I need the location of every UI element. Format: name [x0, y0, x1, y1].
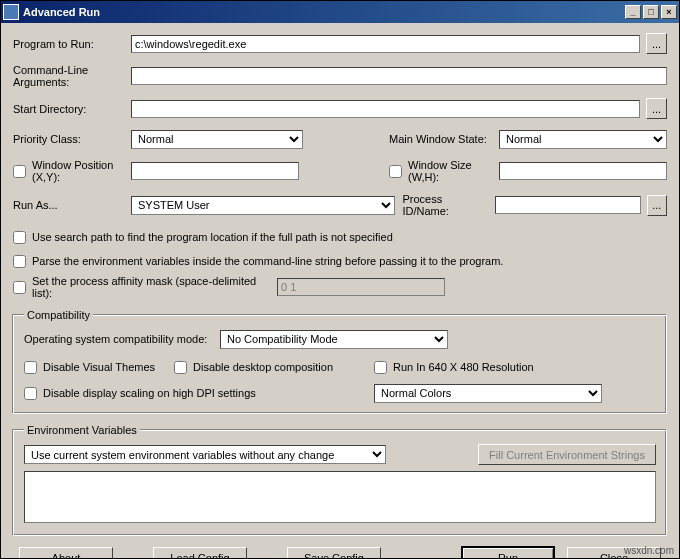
startdir-input[interactable]	[131, 100, 640, 118]
row-compat-checks1: Disable Visual Themes Disable desktop co…	[24, 357, 656, 377]
row-affinity: Set the process affinity mask (space-del…	[13, 275, 667, 299]
label-run640: Run In 640 X 480 Resolution	[393, 361, 534, 373]
save-config-button[interactable]: Save Config	[287, 547, 381, 559]
affinity-check[interactable]: Set the process affinity mask (space-del…	[13, 275, 277, 299]
label-procid: Process ID/Name:	[402, 193, 488, 217]
window-body: Program to Run: ... Command-Line Argumen…	[1, 23, 679, 559]
windowsize-checkbox[interactable]	[389, 165, 402, 178]
compatibility-legend: Compatibility	[24, 309, 93, 321]
envvars-group: Environment Variables Use current system…	[13, 424, 667, 536]
windowstate-select[interactable]: Normal	[499, 130, 667, 149]
row-compat-checks2: Disable display scaling on high DPI sett…	[24, 383, 656, 403]
label-desktopcomp: Disable desktop composition	[193, 361, 333, 373]
maximize-button[interactable]: □	[643, 5, 659, 19]
row-priority: Priority Class: Normal Main Window State…	[13, 129, 667, 149]
row-envmode: Use current system environment variables…	[24, 444, 656, 465]
priority-select[interactable]: Normal	[131, 130, 303, 149]
label-oscompat: Operating system compatibility mode:	[24, 333, 220, 345]
windowpos-check[interactable]: Window Position (X,Y):	[13, 159, 131, 183]
label-cmdargs: Command-Line Arguments:	[13, 64, 131, 88]
row-startdir: Start Directory: ...	[13, 98, 667, 119]
load-config-button[interactable]: Load Config	[153, 547, 247, 559]
program-input[interactable]	[131, 35, 640, 53]
watermark: wsxdn.com	[624, 545, 674, 556]
windowsize-check[interactable]: Window Size (W,H):	[389, 159, 499, 183]
colormode-select[interactable]: Normal Colors	[374, 384, 602, 403]
label-windowstate: Main Window State:	[389, 133, 499, 145]
searchpath-check[interactable]: Use search path to find the program loca…	[13, 231, 393, 244]
run-button[interactable]: Run	[461, 546, 555, 559]
label-winpos: Window Position (X,Y):	[32, 159, 131, 183]
row-program: Program to Run: ...	[13, 33, 667, 54]
searchpath-checkbox[interactable]	[13, 231, 26, 244]
label-searchpath: Use search path to find the program loca…	[32, 231, 393, 243]
row-searchpath: Use search path to find the program loca…	[13, 227, 667, 247]
label-affinity: Set the process affinity mask (space-del…	[32, 275, 277, 299]
oscompat-select[interactable]: No Compatibility Mode	[220, 330, 448, 349]
browse-program-button[interactable]: ...	[646, 33, 667, 54]
compatibility-group: Compatibility Operating system compatibi…	[13, 309, 667, 414]
visualthemes-check[interactable]: Disable Visual Themes	[24, 361, 174, 374]
minimize-button[interactable]: _	[625, 5, 641, 19]
label-winsize: Window Size (W,H):	[408, 159, 499, 183]
runas-select[interactable]: SYSTEM User	[131, 196, 395, 215]
app-icon	[3, 4, 19, 20]
window-title: Advanced Run	[23, 6, 623, 18]
affinity-input[interactable]	[277, 278, 445, 296]
env-textarea[interactable]	[24, 471, 656, 523]
parseenv-checkbox[interactable]	[13, 255, 26, 268]
fill-env-button[interactable]: Fill Current Environment Strings	[478, 444, 656, 465]
row-oscompat: Operating system compatibility mode: No …	[24, 329, 656, 349]
row-parseenv: Parse the environment variables inside t…	[13, 251, 667, 271]
close-window-button[interactable]: ×	[661, 5, 677, 19]
envmode-select[interactable]: Use current system environment variables…	[24, 445, 386, 464]
button-bar: About Load Config Save Config Run Close	[13, 546, 667, 559]
run640-checkbox[interactable]	[374, 361, 387, 374]
run640-check[interactable]: Run In 640 X 480 Resolution	[374, 361, 534, 374]
row-runas: Run As... SYSTEM User Process ID/Name: .…	[13, 193, 667, 217]
label-program: Program to Run:	[13, 38, 131, 50]
label-priority: Priority Class:	[13, 133, 131, 145]
title-bar: Advanced Run _ □ ×	[1, 1, 679, 23]
label-visualthemes: Disable Visual Themes	[43, 361, 155, 373]
about-button[interactable]: About	[19, 547, 113, 559]
row-winpos: Window Position (X,Y): Window Size (W,H)…	[13, 159, 667, 183]
envvars-legend: Environment Variables	[24, 424, 140, 436]
parseenv-check[interactable]: Parse the environment variables inside t…	[13, 255, 503, 268]
label-startdir: Start Directory:	[13, 103, 131, 115]
label-runas: Run As...	[13, 199, 131, 211]
affinity-checkbox[interactable]	[13, 281, 26, 294]
browse-startdir-button[interactable]: ...	[646, 98, 667, 119]
procid-input[interactable]	[495, 196, 641, 214]
label-parseenv: Parse the environment variables inside t…	[32, 255, 503, 267]
dpiscaling-checkbox[interactable]	[24, 387, 37, 400]
desktopcomp-checkbox[interactable]	[174, 361, 187, 374]
label-dpiscaling: Disable display scaling on high DPI sett…	[43, 387, 256, 399]
cmdargs-input[interactable]	[131, 67, 667, 85]
desktopcomp-check[interactable]: Disable desktop composition	[174, 361, 374, 374]
windowpos-input[interactable]	[131, 162, 299, 180]
dpiscaling-check[interactable]: Disable display scaling on high DPI sett…	[24, 387, 374, 400]
browse-process-button[interactable]: ...	[647, 195, 667, 216]
row-cmdargs: Command-Line Arguments:	[13, 64, 667, 88]
windowpos-checkbox[interactable]	[13, 165, 26, 178]
windowsize-input[interactable]	[499, 162, 667, 180]
visualthemes-checkbox[interactable]	[24, 361, 37, 374]
